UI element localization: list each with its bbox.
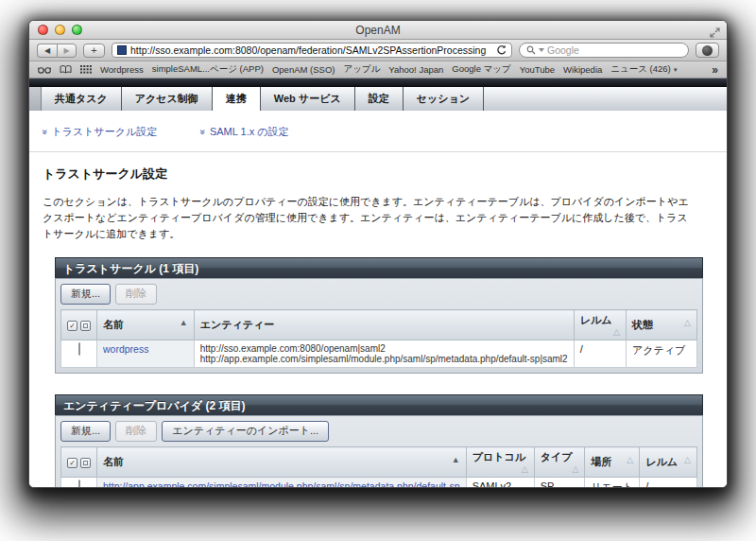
bookmark-item[interactable]: simpleSAML...ページ (APP) xyxy=(152,63,264,76)
sort-icon[interactable]: △ xyxy=(522,464,528,474)
entity-providers-panel-body: 新規... 削除 エンティティーのインポート... ✓ 名前 ▲ プロト xyxy=(55,415,703,487)
row-checkbox[interactable] xyxy=(78,480,80,487)
delete-button: 削除 xyxy=(115,421,157,442)
top-sites-icon[interactable] xyxy=(80,65,92,75)
table-row: http://app.example.com/simplesaml/module… xyxy=(61,478,697,487)
quicklink-trust-circle[interactable]: » トラストサークル設定 xyxy=(43,125,157,139)
back-button[interactable]: ◀ xyxy=(37,44,57,58)
select-all-icon[interactable]: ✓ xyxy=(67,321,77,331)
page-title: トラストサークル設定 xyxy=(43,166,715,183)
column-header-name: 名前 xyxy=(103,456,124,467)
window-titlebar: OpenAM xyxy=(29,21,727,40)
bookmark-item[interactable]: Yahoo! Japan xyxy=(388,64,443,75)
fullscreen-icon[interactable] xyxy=(710,25,720,42)
site-favicon-icon xyxy=(117,45,127,55)
bookmark-item[interactable]: Wordpress xyxy=(100,64,144,75)
bookmark-item[interactable]: アップル xyxy=(343,63,380,76)
sort-icon[interactable]: △ xyxy=(684,318,691,327)
trust-circle-table: ✓ 名前 ▲ エンティティー レルム △ 状態 △ xyxy=(60,309,697,368)
trust-circle-panel-body: 新規... 削除 ✓ 名前 ▲ エンティティー レルム xyxy=(55,278,703,374)
new-tab-button[interactable]: + xyxy=(83,44,105,58)
trust-circle-toolbar: 新規... 削除 xyxy=(60,284,697,305)
tab-lead-spacer xyxy=(29,87,42,111)
entity-providers-toolbar: 新規... 削除 エンティティーのインポート... xyxy=(60,421,697,442)
window-title: OpenAM xyxy=(29,24,727,37)
select-all-icon[interactable]: ✓ xyxy=(67,458,77,468)
chevron-down-icon: ▼ xyxy=(673,67,679,73)
column-header-type: タイプ xyxy=(541,451,573,462)
address-bar[interactable]: http://sso.example.com:8080/openam/feder… xyxy=(112,43,512,58)
bookmark-folder[interactable]: ニュース (426) ▼ xyxy=(610,63,678,76)
nav-segmented-control: ◀ ▶ xyxy=(37,44,77,58)
chevron-double-down-icon: » xyxy=(198,130,209,135)
circle-icon xyxy=(702,45,713,56)
realm-value: / xyxy=(580,343,583,355)
tab-common-tasks[interactable]: 共通タスク xyxy=(42,87,122,111)
entity-id: http://sso.example.com:8080/openam|saml2 xyxy=(200,343,568,354)
address-url: http://sso.example.com:8080/openam/feder… xyxy=(130,44,492,56)
column-header-status: 状態 xyxy=(632,319,653,330)
tab-access-control[interactable]: アクセス制御 xyxy=(122,87,213,111)
column-header-realm: レルム xyxy=(645,456,678,467)
tab-sessions[interactable]: セッション xyxy=(404,87,484,111)
deselect-all-icon[interactable] xyxy=(80,321,91,331)
delete-button: 削除 xyxy=(115,284,157,305)
desktop: OpenAM ◀ ▶ + http://sso.example.com:8080… xyxy=(0,0,756,541)
divider xyxy=(29,151,727,152)
sort-icon[interactable]: △ xyxy=(627,455,633,464)
page-description: このセクションは、トラストサークルのプロパティーの設定に使用できます。エンティテ… xyxy=(43,194,691,242)
console-tabs: 共通タスク アクセス制御 連携 Web サービス 設定 セッション xyxy=(29,87,727,111)
entity-id: http://app.example.com/simplesaml/module… xyxy=(200,354,568,364)
page-content: » トラストサークル設定 » SAML 1.x の設定 トラストサークル設定 こ… xyxy=(29,111,727,487)
bookmark-item[interactable]: Google マップ xyxy=(452,63,510,76)
row-checkbox[interactable] xyxy=(78,342,80,356)
tab-web-services[interactable]: Web サービス xyxy=(261,87,355,111)
deselect-all-icon[interactable] xyxy=(80,458,91,468)
entity-providers-table: ✓ 名前 ▲ プロトコル △ タイプ △ 場所 △ レルム xyxy=(60,446,697,487)
entity-name-link[interactable]: http://app.example.com/simplesaml/module… xyxy=(103,480,460,487)
table-row: wordpress http://sso.example.com:8080/op… xyxy=(61,340,697,368)
forward-button[interactable]: ▶ xyxy=(57,44,77,58)
reload-icon[interactable] xyxy=(496,43,507,58)
browser-window: OpenAM ◀ ▶ + http://sso.example.com:8080… xyxy=(28,20,728,488)
trust-circle-section: トラストサークル (1 項目) 新規... 削除 ✓ 名前 xyxy=(55,257,703,374)
search-dropdown-icon[interactable] xyxy=(539,48,544,52)
table-header-row: ✓ 名前 ▲ プロトコル △ タイプ △ 場所 △ レルム xyxy=(61,447,697,478)
quicklink-label: SAML 1.x の設定 xyxy=(210,125,289,139)
column-header-entities: エンティティー xyxy=(200,319,275,330)
column-header-realm: レルム xyxy=(580,314,612,325)
tab-configuration[interactable]: 設定 xyxy=(355,87,404,111)
sort-ascending-icon[interactable]: ▲ xyxy=(452,455,460,464)
console-header-strip xyxy=(29,79,727,87)
status-value: アクティブ xyxy=(632,344,685,356)
sort-icon[interactable]: △ xyxy=(613,327,620,337)
bookmarks-book-icon[interactable] xyxy=(60,65,72,74)
type-value: SP xyxy=(541,480,555,487)
sort-icon[interactable]: △ xyxy=(572,464,578,474)
bookmarks-overflow-icon[interactable]: » xyxy=(712,63,718,77)
new-button[interactable]: 新規... xyxy=(60,421,111,442)
bookmark-folder-label: ニュース (426) xyxy=(610,63,671,76)
chevron-double-down-icon: » xyxy=(40,130,50,135)
protocol-value: SAMLv2 xyxy=(472,480,512,487)
bookmarks-bar: Wordpress simpleSAML...ページ (APP) OpenAM … xyxy=(29,61,727,79)
realm-value: / xyxy=(645,480,648,487)
bookmark-item[interactable]: YouTube xyxy=(520,64,555,75)
import-entity-button[interactable]: エンティティーのインポート... xyxy=(162,421,329,442)
reading-list-icon[interactable] xyxy=(38,66,51,74)
new-button[interactable]: 新規... xyxy=(60,284,111,305)
tab-filler xyxy=(484,87,727,111)
bookmark-item[interactable]: Wikipedia xyxy=(563,64,602,75)
search-field[interactable]: Google xyxy=(519,43,689,58)
tab-federation[interactable]: 連携 xyxy=(213,87,261,111)
sort-icon[interactable]: △ xyxy=(684,455,691,464)
search-placeholder: Google xyxy=(547,44,579,56)
quicklink-saml1x[interactable]: » SAML 1.x の設定 xyxy=(200,125,288,139)
downloads-button[interactable] xyxy=(696,43,719,58)
column-header-location: 場所 xyxy=(591,456,611,467)
sort-ascending-icon[interactable]: ▲ xyxy=(180,318,188,327)
quicklink-label: トラストサークル設定 xyxy=(52,125,158,139)
bookmark-item[interactable]: OpenAM (SSO) xyxy=(272,64,335,75)
cot-name-link[interactable]: wordpress xyxy=(103,343,148,355)
quick-links: » トラストサークル設定 » SAML 1.x の設定 xyxy=(41,111,715,139)
